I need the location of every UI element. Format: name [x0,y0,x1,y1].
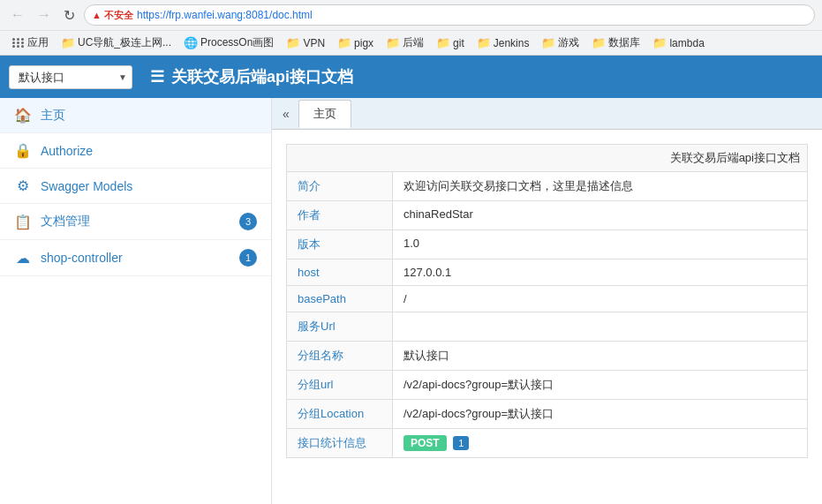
table-row: 作者 chinaRedStar [287,201,808,230]
doc-manage-badge: 3 [239,213,257,230]
bookmark-pigx[interactable]: 📁 pigx [332,34,379,51]
bookmark-db[interactable]: 📁 数据库 [586,34,645,52]
apps-grid-icon [12,38,25,48]
content-area: 关联交易后端api接口文档 简介 欢迎访问关联交易接口文档，这里是描述信息 作者… [272,130,822,504]
bookmark-uc-label: UC导航_极连上网... [78,35,171,50]
browser-chrome: ← → ↻ ▲ 不安全 https://frp.wanfei.wang:8081… [0,0,822,56]
table-row: 分组名称 默认接口 [287,342,808,371]
sidebar-item-swagger-label: Swagger Models [41,179,257,193]
app-title: ☰ 关联交易后端api接口文档 [150,66,353,87]
sidebar-item-authorize[interactable]: 🔒 Authorize [0,133,271,169]
app-title-text: 关联交易后端api接口文档 [171,66,353,87]
sidebar-item-doc-label: 文档管理 [41,214,230,229]
security-warning-icon: ▲ 不安全 [92,9,133,22]
sidebar-item-shop-controller[interactable]: ☁ shop-controller 1 [0,240,271,276]
bookmark-vpn[interactable]: 📁 VPN [281,34,330,51]
table-row: 简介 欢迎访问关联交易接口文档，这里是描述信息 [287,172,808,201]
folder-icon-pigx: 📁 [337,36,351,49]
bookmark-jenkins[interactable]: 📁 Jenkins [471,34,535,51]
tabs-bar: « 主页 [272,98,822,130]
table-row: 分组Location /v2/api-docs?group=默认接口 [287,400,808,429]
bookmark-jenkins-label: Jenkins [494,37,530,49]
bookmark-processon[interactable]: 🌐 ProcessOn画图 [178,34,279,52]
row-value-service-url [393,312,808,342]
right-panel: « 主页 关联交易后端api接口文档 简介 欢迎访问关联交易接口文档，这里是描述… [272,98,822,504]
sidebar: 🏠 主页 🔒 Authorize ⚙ Swagger Models 📋 文档管理… [0,98,272,504]
gear-icon: ⚙ [14,177,32,194]
table-row: 接口统计信息 POST 1 [287,429,808,458]
bookmark-vpn-label: VPN [303,37,325,49]
tab-home-label: 主页 [313,106,336,122]
row-label-host: host [287,260,393,286]
info-table: 关联交易后端api接口文档 简介 欢迎访问关联交易接口文档，这里是描述信息 作者… [286,144,808,458]
row-value-basepath: / [393,286,808,312]
bookmark-lambda[interactable]: 📁 lambda [647,34,709,51]
row-value-host: 127.0.0.1 [393,260,808,286]
table-row: 版本 1.0 [287,230,808,260]
address-bar[interactable]: ▲ 不安全 https://frp.wanfei.wang:8081/doc.h… [84,4,815,26]
bookmark-git[interactable]: 📁 git [431,34,470,51]
lock-icon: 🔒 [14,142,32,159]
bookmark-db-label: 数据库 [608,35,640,50]
sidebar-item-authorize-label: Authorize [41,144,257,158]
row-value-group-name: 默认接口 [393,342,808,371]
cloud-icon: ☁ [14,250,32,267]
row-value-group-location: /v2/api-docs?group=默认接口 [393,400,808,429]
row-value-version: 1.0 [393,230,808,260]
folder-icon-db: 📁 [592,36,606,49]
post-count-badge: 1 [453,436,469,450]
back-button[interactable]: ← [7,5,28,25]
folder-icon-games: 📁 [541,36,555,49]
row-label-stats: 接口统计信息 [287,429,393,458]
forward-button[interactable]: → [34,5,55,25]
bookmark-apps-label: 应用 [27,35,49,50]
sidebar-item-doc-manage[interactable]: 📋 文档管理 3 [0,204,271,240]
bookmark-processon-label: ProcessOn画图 [200,35,274,50]
sidebar-item-shop-label: shop-controller [41,251,230,265]
address-url: https://frp.wanfei.wang:8081/doc.html [137,9,313,21]
table-row: 服务Url [287,312,808,342]
bookmarks-bar: 应用 📁 UC导航_极连上网... 🌐 ProcessOn画图 📁 VPN 📁 … [0,30,822,55]
bookmark-apps[interactable]: 应用 [7,34,54,52]
bookmark-pigx-label: pigx [354,37,373,49]
row-value-intro: 欢迎访问关联交易接口文档，这里是描述信息 [393,172,808,201]
row-label-intro: 简介 [287,172,393,201]
app-container: 默认接口 ▼ ☰ 关联交易后端api接口文档 🏠 主页 🔒 Authorize … [0,56,822,504]
reload-button[interactable]: ↻ [60,5,79,26]
sidebar-item-home[interactable]: 🏠 主页 [0,98,271,133]
bookmark-backend-label: 后端 [403,35,424,50]
bookmark-lambda-label: lambda [669,37,704,49]
folder-icon-jenkins: 📁 [477,36,491,49]
row-value-group-url: /v2/api-docs?group=默认接口 [393,371,808,400]
row-label-basepath: basePath [287,286,393,312]
folder-icon: 📁 [61,36,75,49]
app-header: 默认接口 ▼ ☰ 关联交易后端api接口文档 [0,56,822,98]
api-group-select[interactable]: 默认接口 [9,65,132,89]
row-label-service-url: 服务Url [287,312,393,342]
row-value-author: chinaRedStar [393,201,808,230]
tab-home[interactable]: 主页 [298,100,351,128]
table-row: 分组url /v2/api-docs?group=默认接口 [287,371,808,400]
menu-icon: ☰ [150,67,164,87]
tabs-collapse-button[interactable]: « [275,103,297,124]
processon-icon: 🌐 [184,36,198,49]
folder-icon-lambda: 📁 [652,36,667,49]
home-icon: 🏠 [14,107,32,124]
table-caption: 关联交易后端api接口文档 [286,144,808,171]
sidebar-item-swagger-models[interactable]: ⚙ Swagger Models [0,169,271,204]
row-value-stats: POST 1 [393,429,808,458]
post-method-badge[interactable]: POST [403,435,447,451]
sidebar-item-home-label: 主页 [41,108,257,124]
main-content: 🏠 主页 🔒 Authorize ⚙ Swagger Models 📋 文档管理… [0,98,822,504]
bookmark-games[interactable]: 📁 游戏 [536,34,584,52]
bookmark-uc[interactable]: 📁 UC导航_极连上网... [56,34,177,52]
table-row: basePath / [287,286,808,312]
row-label-group-name: 分组名称 [287,342,393,371]
row-label-group-location: 分组Location [287,400,393,429]
folder-icon-git: 📁 [436,36,450,49]
api-group-selector[interactable]: 默认接口 ▼ [9,65,132,89]
bookmark-git-label: git [453,37,464,49]
shop-controller-badge: 1 [239,249,257,267]
bookmark-games-label: 游戏 [558,35,579,50]
bookmark-backend[interactable]: 📁 后端 [381,34,429,52]
